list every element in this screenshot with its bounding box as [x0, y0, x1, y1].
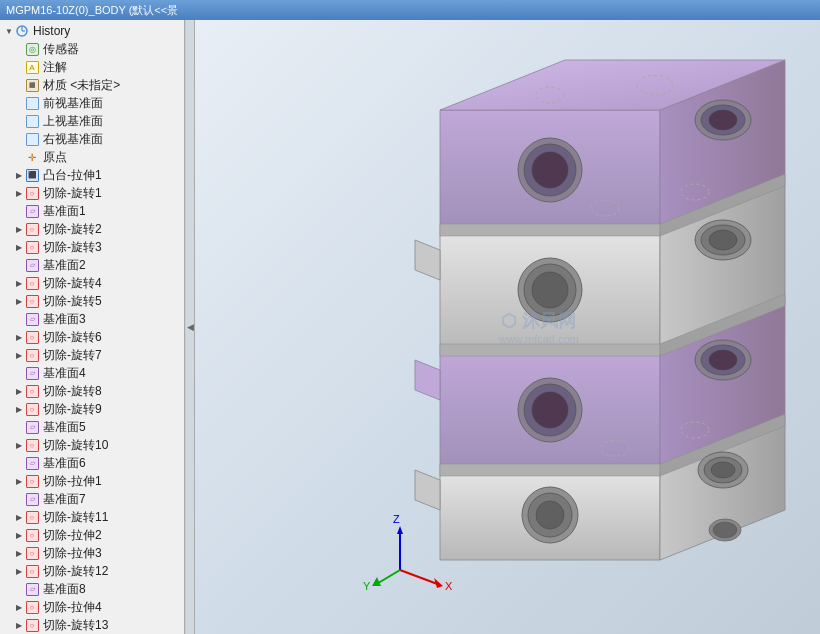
tree-item-cut-extrude3[interactable]: ▶○切除-拉伸3	[0, 544, 184, 562]
origin-icon: ✛	[24, 149, 40, 165]
tree-item-cut-revolve11[interactable]: ▶○切除-旋转11	[0, 508, 184, 526]
tree-item-history[interactable]: ▼History	[0, 22, 184, 40]
cut-icon: ○	[24, 329, 40, 345]
tree-item-front-plane[interactable]: 前视基准面	[0, 94, 184, 112]
expand-arrow[interactable]: ▶	[14, 599, 24, 615]
tree-item-cut-revolve5[interactable]: ▶○切除-旋转5	[0, 292, 184, 310]
tree-item-cut-revolve1[interactable]: ▶○切除-旋转1	[0, 184, 184, 202]
expand-arrow[interactable]: ▶	[14, 383, 24, 399]
tree-item-ref-plane3[interactable]: ▱基准面3	[0, 310, 184, 328]
expand-arrow[interactable]	[14, 203, 24, 219]
expand-arrow[interactable]: ▶	[14, 275, 24, 291]
tree-item-cut-revolve13[interactable]: ▶○切除-旋转13	[0, 616, 184, 634]
expand-arrow[interactable]	[14, 419, 24, 435]
collapse-tab[interactable]: ◀	[185, 20, 195, 634]
tree-item-ref-plane6[interactable]: ▱基准面6	[0, 454, 184, 472]
expand-arrow[interactable]	[14, 113, 24, 129]
tree-item-boss-extrude1[interactable]: ▶⬛凸台-拉伸1	[0, 166, 184, 184]
expand-arrow[interactable]: ▶	[14, 617, 24, 633]
svg-text:Y: Y	[363, 580, 371, 592]
ref-icon: ▱	[24, 311, 40, 327]
tree-item-label: 切除-旋转3	[43, 239, 102, 256]
tree-item-label: 切除-旋转6	[43, 329, 102, 346]
tree-item-cut-revolve2[interactable]: ▶○切除-旋转2	[0, 220, 184, 238]
tree-item-label: 基准面7	[43, 491, 86, 508]
material-icon: ▦	[24, 77, 40, 93]
expand-arrow[interactable]	[14, 455, 24, 471]
tree-item-note[interactable]: A注解	[0, 58, 184, 76]
tree-item-label: 原点	[43, 149, 67, 166]
tree-item-ref-plane1[interactable]: ▱基准面1	[0, 202, 184, 220]
expand-arrow[interactable]: ▶	[14, 563, 24, 579]
tree-item-ref-plane8[interactable]: ▱基准面8	[0, 580, 184, 598]
tree-item-ref-plane2[interactable]: ▱基准面2	[0, 256, 184, 274]
expand-arrow[interactable]: ▶	[14, 293, 24, 309]
tree-item-label: 基准面8	[43, 581, 86, 598]
expand-arrow[interactable]: ▶	[14, 347, 24, 363]
tree-item-cut-revolve9[interactable]: ▶○切除-旋转9	[0, 400, 184, 418]
expand-arrow[interactable]	[14, 311, 24, 327]
tree-item-top-plane[interactable]: 上视基准面	[0, 112, 184, 130]
expand-arrow[interactable]: ▶	[14, 545, 24, 561]
cut-icon: ○	[24, 401, 40, 417]
tree-item-label: 基准面6	[43, 455, 86, 472]
tree-item-material[interactable]: ▦材质 <未指定>	[0, 76, 184, 94]
expand-arrow[interactable]	[14, 257, 24, 273]
tree-item-cut-revolve12[interactable]: ▶○切除-旋转12	[0, 562, 184, 580]
tree-item-label: 前视基准面	[43, 95, 103, 112]
title-bar: MGPM16-10Z(0)_BODY (默认<<景	[0, 0, 820, 20]
expand-arrow[interactable]: ▶	[14, 437, 24, 453]
expand-arrow[interactable]: ▶	[14, 509, 24, 525]
expand-arrow[interactable]: ▶	[14, 221, 24, 237]
tree-item-ref-plane5[interactable]: ▱基准面5	[0, 418, 184, 436]
expand-arrow[interactable]	[14, 77, 24, 93]
tree-item-cut-revolve4[interactable]: ▶○切除-旋转4	[0, 274, 184, 292]
expand-arrow[interactable]: ▶	[14, 527, 24, 543]
tree-item-cut-revolve8[interactable]: ▶○切除-旋转8	[0, 382, 184, 400]
tree-item-label: 右视基准面	[43, 131, 103, 148]
expand-arrow[interactable]: ▼	[4, 23, 14, 39]
expand-arrow[interactable]	[14, 365, 24, 381]
svg-rect-15	[440, 224, 660, 236]
expand-arrow[interactable]: ▶	[14, 401, 24, 417]
tree-item-cut-extrude4[interactable]: ▶○切除-拉伸4	[0, 598, 184, 616]
tree-item-ref-plane7[interactable]: ▱基准面7	[0, 490, 184, 508]
tree-item-origin[interactable]: ✛原点	[0, 148, 184, 166]
expand-arrow[interactable]	[14, 59, 24, 75]
tree-item-label: 切除-旋转8	[43, 383, 102, 400]
tree-item-sensor[interactable]: ◎传感器	[0, 40, 184, 58]
expand-arrow[interactable]	[14, 149, 24, 165]
tree-item-cut-revolve10[interactable]: ▶○切除-旋转10	[0, 436, 184, 454]
expand-arrow[interactable]	[14, 581, 24, 597]
title-text: MGPM16-10Z(0)_BODY (默认<<景	[6, 3, 178, 18]
svg-text:X: X	[445, 580, 453, 592]
tree-item-ref-plane4[interactable]: ▱基准面4	[0, 364, 184, 382]
tree-item-cut-revolve6[interactable]: ▶○切除-旋转6	[0, 328, 184, 346]
tree-item-right-plane[interactable]: 右视基准面	[0, 130, 184, 148]
expand-arrow[interactable]	[14, 491, 24, 507]
note-icon: A	[24, 59, 40, 75]
ref-icon: ▱	[24, 203, 40, 219]
expand-arrow[interactable]	[14, 95, 24, 111]
tree-item-cut-extrude1[interactable]: ▶○切除-拉伸1	[0, 472, 184, 490]
expand-arrow[interactable]: ▶	[14, 185, 24, 201]
expand-arrow[interactable]: ▶	[14, 329, 24, 345]
feature-tree[interactable]: ▼History ◎传感器 A注解 ▦材质 <未指定> 前视基准面 上视基准面 …	[0, 20, 185, 634]
svg-point-23	[532, 152, 568, 188]
tree-item-cut-revolve7[interactable]: ▶○切除-旋转7	[0, 346, 184, 364]
expand-arrow[interactable]	[14, 131, 24, 147]
tree-item-label: 注解	[43, 59, 67, 76]
tree-item-cut-revolve3[interactable]: ▶○切除-旋转3	[0, 238, 184, 256]
svg-point-35	[709, 110, 737, 130]
cut-icon: ○	[24, 563, 40, 579]
tree-item-label: 切除-拉伸3	[43, 545, 102, 562]
tree-item-label: 基准面3	[43, 311, 86, 328]
cut-icon: ○	[24, 527, 40, 543]
expand-arrow[interactable]	[14, 41, 24, 57]
expand-arrow[interactable]: ▶	[14, 167, 24, 183]
expand-arrow[interactable]: ▶	[14, 239, 24, 255]
tree-item-label: 切除-旋转11	[43, 509, 108, 526]
tree-item-cut-extrude2[interactable]: ▶○切除-拉伸2	[0, 526, 184, 544]
ref-icon: ▱	[24, 419, 40, 435]
expand-arrow[interactable]: ▶	[14, 473, 24, 489]
